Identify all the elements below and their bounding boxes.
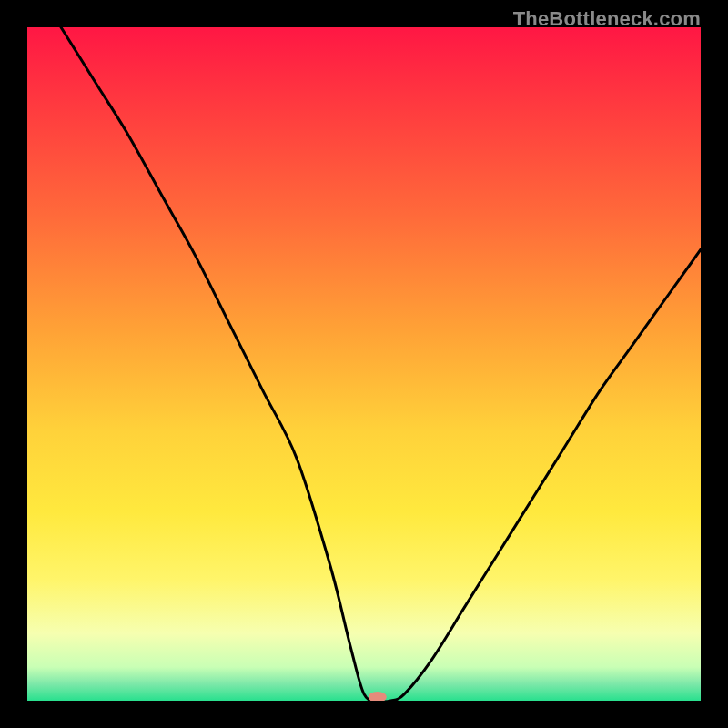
chart-frame: TheBottleneck.com xyxy=(0,0,728,728)
plot-area xyxy=(27,27,701,701)
watermark-text: TheBottleneck.com xyxy=(513,7,701,31)
gradient-background xyxy=(27,27,701,701)
bottleneck-chart xyxy=(27,27,701,701)
